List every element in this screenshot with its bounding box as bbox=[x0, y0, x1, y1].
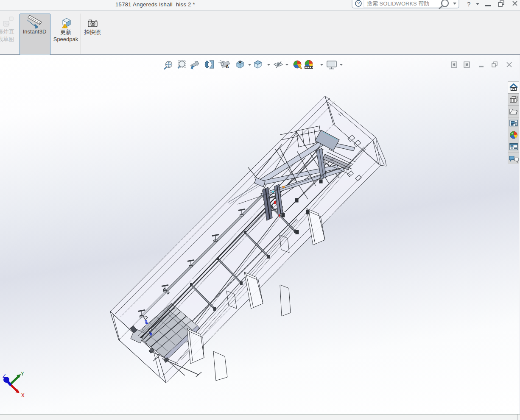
svg-text:?: ? bbox=[467, 0, 470, 8]
svg-text:Z: Z bbox=[3, 373, 6, 379]
svg-text:!: ! bbox=[64, 25, 66, 28]
svg-text:?: ? bbox=[357, 1, 360, 6]
svg-text:X: X bbox=[21, 392, 25, 399]
svg-text:搜索 SOLIDWORKS 帮助: 搜索 SOLIDWORKS 帮助 bbox=[366, 0, 429, 7]
svg-text:Y: Y bbox=[21, 371, 24, 377]
svg-text:A: A bbox=[226, 64, 229, 69]
